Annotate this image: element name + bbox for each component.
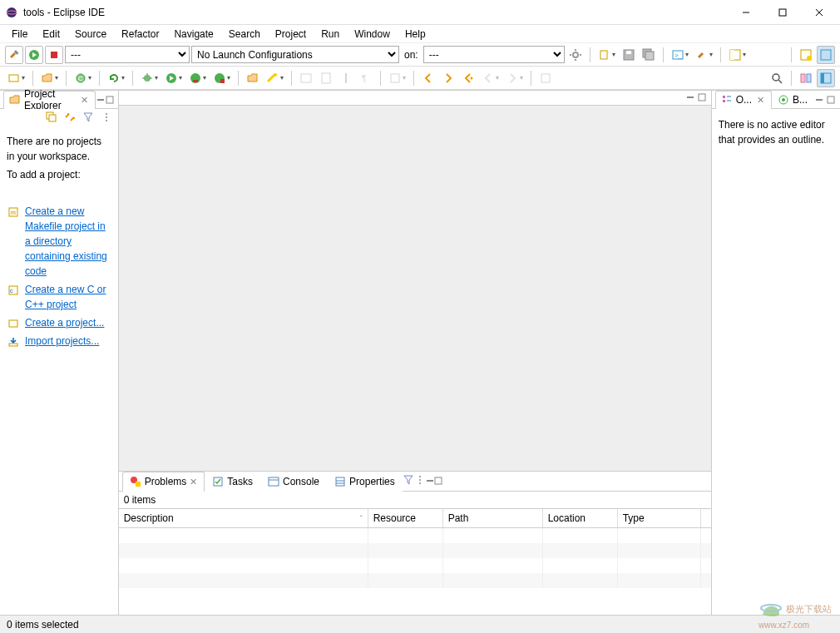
col-path[interactable]: Path bbox=[443, 509, 543, 527]
forward-nav-icon[interactable] bbox=[439, 69, 457, 87]
tab-properties[interactable]: Properties bbox=[327, 472, 403, 492]
build-config-icon[interactable]: ▾ bbox=[693, 46, 715, 64]
svg-rect-63 bbox=[9, 320, 17, 327]
view-menu-icon[interactable] bbox=[414, 474, 426, 488]
show-view-icon[interactable] bbox=[817, 69, 835, 87]
perspective-icon[interactable]: ▾ bbox=[726, 46, 749, 64]
minimize-view-icon[interactable] bbox=[96, 94, 105, 106]
editor-minimize-icon[interactable] bbox=[686, 92, 694, 104]
window-title: tools - Eclipse IDE bbox=[23, 7, 735, 18]
close-icon[interactable]: ✕ bbox=[755, 95, 766, 106]
target-select[interactable]: --- bbox=[423, 46, 565, 63]
hammer-build-icon[interactable] bbox=[5, 46, 23, 64]
maximize-view-icon[interactable] bbox=[434, 476, 442, 487]
back-nav-icon[interactable] bbox=[419, 69, 437, 87]
cpp-project-icon: c bbox=[7, 284, 20, 297]
stop-icon[interactable] bbox=[45, 46, 63, 64]
history-back-icon[interactable]: ▾ bbox=[479, 69, 502, 87]
svg-rect-70 bbox=[269, 477, 279, 486]
search-tool-icon[interactable]: ▾ bbox=[264, 69, 286, 87]
menu-edit[interactable]: Edit bbox=[36, 27, 67, 42]
tab-problems[interactable]: Problems ✕ bbox=[122, 472, 205, 492]
svg-point-44 bbox=[471, 77, 473, 79]
menu-navigate[interactable]: Navigate bbox=[167, 27, 220, 42]
new-class-icon[interactable]: C▾ bbox=[72, 69, 94, 87]
close-icon[interactable]: ✕ bbox=[79, 95, 90, 106]
minimize-view-icon[interactable] bbox=[426, 476, 434, 487]
open-perspective-icon[interactable] bbox=[797, 46, 815, 64]
project-explorer-tab[interactable]: Project Explorer ✕ bbox=[3, 91, 96, 109]
search-access-icon[interactable] bbox=[768, 69, 786, 87]
last-edit-icon[interactable] bbox=[459, 69, 477, 87]
build-targets-tab[interactable]: B... bbox=[772, 91, 813, 109]
new-icon[interactable]: ▾ bbox=[595, 46, 618, 64]
menu-help[interactable]: Help bbox=[398, 27, 432, 42]
menu-file[interactable]: File bbox=[5, 27, 34, 42]
menu-window[interactable]: Window bbox=[348, 27, 397, 42]
launch-config-select[interactable]: No Launch Configurations bbox=[191, 46, 399, 63]
col-resource[interactable]: Resource bbox=[368, 509, 443, 527]
terminal-icon[interactable]: >_▾ bbox=[669, 46, 691, 64]
collapse-all-icon[interactable] bbox=[45, 111, 58, 124]
new-project-icon[interactable]: ▾ bbox=[5, 69, 27, 87]
outline-tab[interactable]: O... ✕ bbox=[715, 91, 772, 109]
history-fwd-icon[interactable]: ▾ bbox=[503, 69, 526, 87]
menu-search[interactable]: Search bbox=[222, 27, 267, 42]
save-all-icon[interactable] bbox=[640, 46, 658, 64]
filter-icon[interactable] bbox=[403, 474, 414, 488]
statusbar: 0 items selected bbox=[0, 615, 840, 633]
quick-access-icon[interactable] bbox=[797, 69, 815, 87]
menu-source[interactable]: Source bbox=[68, 27, 113, 42]
svg-text:c: c bbox=[10, 288, 13, 294]
link-create-makefile[interactable]: Create a new Makefile project in a direc… bbox=[25, 204, 111, 279]
minimize-button[interactable] bbox=[735, 4, 757, 21]
close-icon[interactable]: ✕ bbox=[190, 477, 197, 487]
save-icon[interactable] bbox=[620, 46, 638, 64]
maximize-view-icon[interactable] bbox=[105, 94, 114, 106]
refresh-icon[interactable]: ▾ bbox=[105, 69, 127, 87]
problems-table[interactable]: Description ˆ Resource Path Location Typ… bbox=[119, 508, 711, 615]
editor-maximize-icon[interactable] bbox=[698, 92, 706, 104]
gear-icon[interactable] bbox=[566, 46, 585, 64]
svg-rect-39 bbox=[301, 74, 311, 82]
col-location[interactable]: Location bbox=[543, 509, 618, 527]
svg-point-76 bbox=[419, 479, 421, 481]
run-last-icon[interactable]: ▾ bbox=[162, 69, 185, 87]
toggle-breadcrumb-icon[interactable] bbox=[297, 69, 315, 87]
pe-msg-1: There are no projects in your workspace. bbox=[7, 134, 111, 164]
open-type-icon[interactable] bbox=[244, 69, 262, 87]
cpp-perspective-icon[interactable] bbox=[817, 46, 835, 64]
run-icon[interactable] bbox=[25, 46, 43, 64]
close-button[interactable] bbox=[808, 4, 830, 21]
col-description[interactable]: Description ˆ bbox=[119, 509, 368, 527]
coverage-icon[interactable]: ▾ bbox=[186, 69, 209, 87]
link-import-projects[interactable]: Import projects... bbox=[25, 334, 99, 349]
show-whitespace-icon[interactable]: ▾ bbox=[386, 69, 408, 87]
svg-rect-43 bbox=[391, 74, 399, 82]
link-editor-icon[interactable] bbox=[63, 111, 77, 124]
profile-icon[interactable]: ▾ bbox=[210, 69, 233, 87]
debug-icon[interactable]: ▾ bbox=[138, 69, 161, 87]
task-icon[interactable]: ¶ bbox=[357, 69, 375, 87]
link-create-project[interactable]: Create a project... bbox=[25, 315, 104, 330]
view-menu-icon[interactable] bbox=[100, 111, 113, 124]
menu-project[interactable]: Project bbox=[269, 27, 313, 42]
tab-console[interactable]: Console bbox=[260, 472, 327, 492]
menu-run[interactable]: Run bbox=[314, 27, 346, 42]
maximize-view-icon[interactable] bbox=[825, 94, 837, 106]
svg-rect-78 bbox=[427, 480, 433, 482]
pin-icon[interactable] bbox=[337, 69, 355, 87]
bookmark-icon[interactable] bbox=[317, 69, 335, 87]
svg-rect-18 bbox=[645, 52, 654, 60]
col-type[interactable]: Type bbox=[618, 509, 701, 527]
minimize-view-icon[interactable] bbox=[813, 94, 825, 106]
menubar: File Edit Source Refactor Navigate Searc… bbox=[0, 25, 840, 43]
filter-icon[interactable] bbox=[82, 111, 95, 124]
maximize-button[interactable] bbox=[772, 4, 793, 21]
link-create-cpp[interactable]: Create a new C or C++ project bbox=[25, 282, 111, 312]
menu-refactor[interactable]: Refactor bbox=[115, 27, 166, 42]
tab-tasks[interactable]: Tasks bbox=[205, 472, 260, 492]
run-mode-select[interactable]: --- bbox=[65, 46, 190, 63]
pin-editor-icon[interactable] bbox=[536, 69, 555, 87]
new-folder-icon[interactable]: ▾ bbox=[38, 69, 61, 87]
